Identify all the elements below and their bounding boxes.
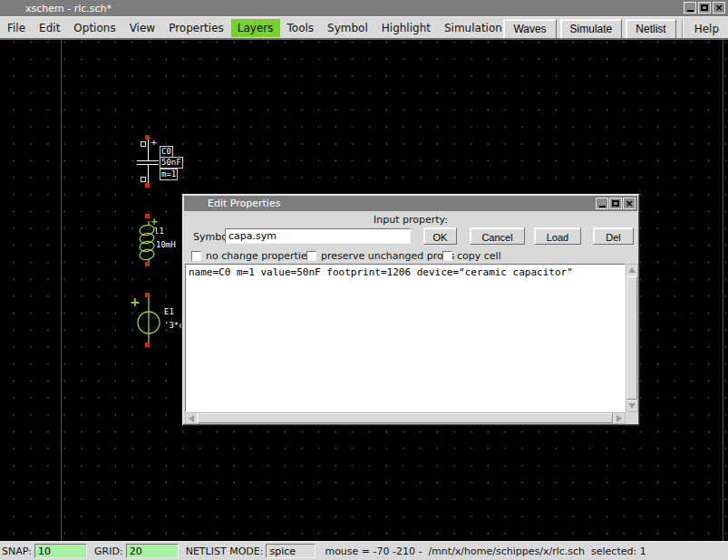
no-change-properties-checkbox[interactable] [191,251,201,261]
minimize-icon[interactable] [684,2,696,14]
menu-highlight[interactable]: Highlight [375,19,437,37]
menu-file[interactable]: File [1,19,32,37]
grid-input[interactable] [126,544,179,558]
pin-box [141,177,146,182]
close-icon[interactable]: × [713,2,725,14]
dialog-maximize-icon[interactable] [609,198,622,209]
menu-view[interactable]: View [123,19,161,37]
symbol-input[interactable] [225,228,411,244]
menu-options[interactable]: Options [67,19,121,37]
pin-square [145,214,150,218]
capacitor-plate [137,160,159,161]
dialog-titlebar[interactable]: Edit Properties [184,196,637,211]
cancel-button[interactable]: Cancel [470,227,525,245]
xschem-window: xschem - rlc.sch* × File Edit Options Vi… [0,0,728,560]
netlist-button[interactable]: Netlist [626,19,675,39]
capacitor-value-label[interactable]: 50nF [160,157,183,169]
netlist-mode-label: NETLIST MODE: [186,546,264,557]
scroll-down-icon[interactable] [626,401,637,411]
polarity-plus: + [150,138,158,147]
sheet-boundary-line-left [61,40,62,541]
scroll-left-icon[interactable] [186,413,197,423]
simulate-button[interactable]: Simulate [560,19,623,39]
menubar: File Edit Options View Properties Layers… [0,16,728,40]
dialog-close-icon[interactable]: × [623,198,636,209]
inductor-ref-label[interactable]: l1 [154,227,164,237]
capacitor-lead [148,165,149,183]
dialog-title: Edit Properties [184,198,280,209]
menu-separator [682,20,684,38]
inductor-value-label[interactable]: 10mH [156,240,176,250]
window-titlebar[interactable]: xschem - rlc.sch* × [0,0,728,16]
window-title: xschem - rlc.sch* [0,3,112,14]
snap-input[interactable] [34,544,87,558]
grid-label: GRID: [94,546,123,557]
copy-cell-checkbox[interactable] [442,251,452,261]
snap-label: SNAP: [2,546,32,557]
menu-edit[interactable]: Edit [33,19,66,37]
scroll-right-icon[interactable] [614,413,625,423]
edit-properties-dialog: Edit Properties × Input property: Symbol… [181,193,640,426]
source-symbol [136,294,163,350]
load-button[interactable]: Load [534,227,581,245]
menu-properties[interactable]: Properties [162,19,230,37]
source-ref-label[interactable]: E1 [164,307,174,317]
pin-square [145,183,150,188]
vertical-scrollbar[interactable] [626,264,638,412]
copy-cell-label: copy cell [457,250,501,262]
pin-square [145,343,150,347]
menu-simulation[interactable]: Simulation [438,19,509,37]
capacitor-lead [148,140,149,160]
preserve-unchanged-props-label: preserve unchanged props [321,250,454,262]
menu-tools[interactable]: Tools [281,19,321,37]
del-button[interactable]: Del [593,227,634,245]
no-change-properties-label: no change properties [206,250,312,262]
sheet-boundary-line-right [723,40,723,541]
pin-square [145,262,150,266]
mouse-coordinates-status: mouse = -70 -210 - /mnt/x/home/schippes/… [325,546,645,557]
maximize-icon[interactable] [698,2,711,14]
horizontal-scroll-thumb[interactable] [198,413,613,423]
dialog-minimize-icon[interactable] [596,198,608,209]
scroll-up-icon[interactable] [626,265,637,275]
menu-help[interactable]: Help [689,20,724,38]
capacitor-mult-label[interactable]: m=1 [160,169,178,180]
preserve-unchanged-props-checkbox[interactable] [306,251,316,261]
pin-box [141,141,146,147]
horizontal-scrollbar[interactable] [185,412,626,424]
property-textarea[interactable]: name=C0 m=1 value=50nF footprint=1206 de… [185,264,626,412]
input-property-label: Input property: [182,214,639,226]
menu-symbol[interactable]: Symbol [321,19,374,37]
waves-button[interactable]: Waves [503,19,556,39]
netlist-mode-input[interactable] [266,544,315,558]
vertical-scroll-thumb[interactable] [626,276,637,400]
statusbar: SNAP: GRID: NETLIST MODE: mouse = -70 -2… [0,541,728,560]
menu-layers[interactable]: Layers [231,19,280,37]
ok-button[interactable]: OK [423,227,457,245]
